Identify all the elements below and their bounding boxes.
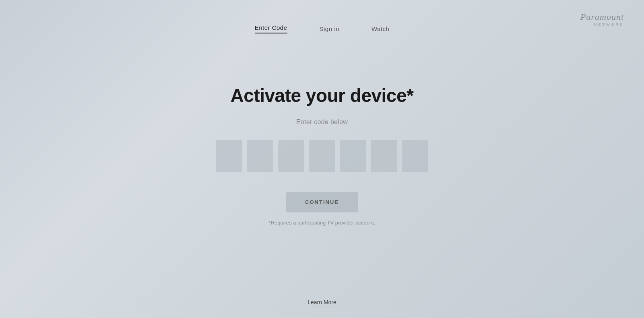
code-input-group (216, 140, 428, 172)
page-title: Activate your device* (231, 85, 414, 106)
footer: Learn More (0, 299, 644, 306)
code-box-3[interactable] (278, 140, 304, 172)
main-content: Activate your device* Enter code below C… (0, 0, 644, 318)
code-box-6[interactable] (371, 140, 397, 172)
continue-button[interactable]: CONTINUE (286, 192, 358, 212)
top-navigation: Enter Code Sign in Watch (0, 0, 644, 33)
code-box-1[interactable] (216, 140, 242, 172)
code-box-5[interactable] (340, 140, 366, 172)
disclaimer-text: *Requires a participating TV provider ac… (269, 220, 376, 226)
nav-watch[interactable]: Watch (372, 25, 389, 32)
code-box-7[interactable] (402, 140, 428, 172)
code-subtitle: Enter code below (296, 118, 348, 126)
code-box-4[interactable] (309, 140, 335, 172)
nav-sign-in[interactable]: Sign in (320, 25, 339, 32)
code-box-2[interactable] (247, 140, 273, 172)
learn-more-link[interactable]: Learn More (308, 299, 336, 306)
nav-enter-code[interactable]: Enter Code (255, 24, 287, 33)
